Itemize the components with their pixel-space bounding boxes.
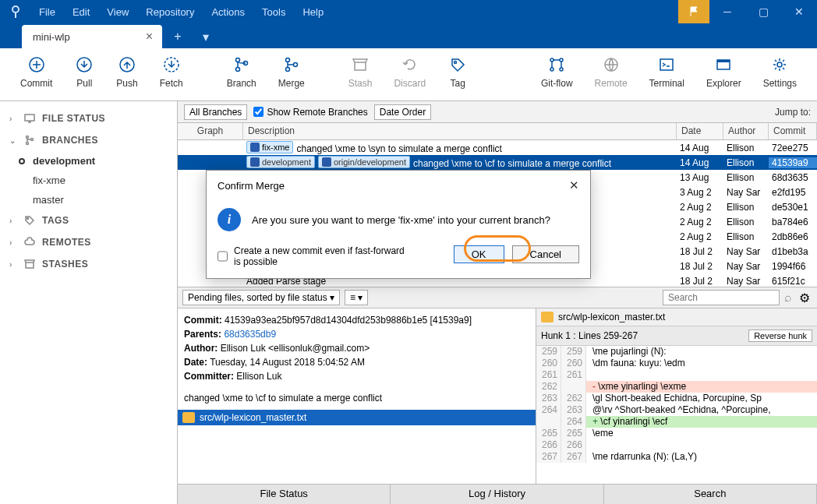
dialog-message: Are you sure you want to merge 'fix-xme'…: [252, 214, 550, 226]
cancel-button[interactable]: Cancel: [512, 245, 579, 263]
confirm-merge-dialog: Confirm Merge ✕ i Are you sure you want …: [206, 170, 591, 279]
info-icon: i: [218, 208, 241, 231]
dialog-title: Confirm Merge: [218, 180, 285, 192]
ok-button[interactable]: OK: [454, 245, 504, 263]
dialog-close-icon[interactable]: ✕: [569, 178, 579, 192]
fast-forward-checkbox[interactable]: Create a new commit even if fast-forward…: [218, 245, 412, 267]
